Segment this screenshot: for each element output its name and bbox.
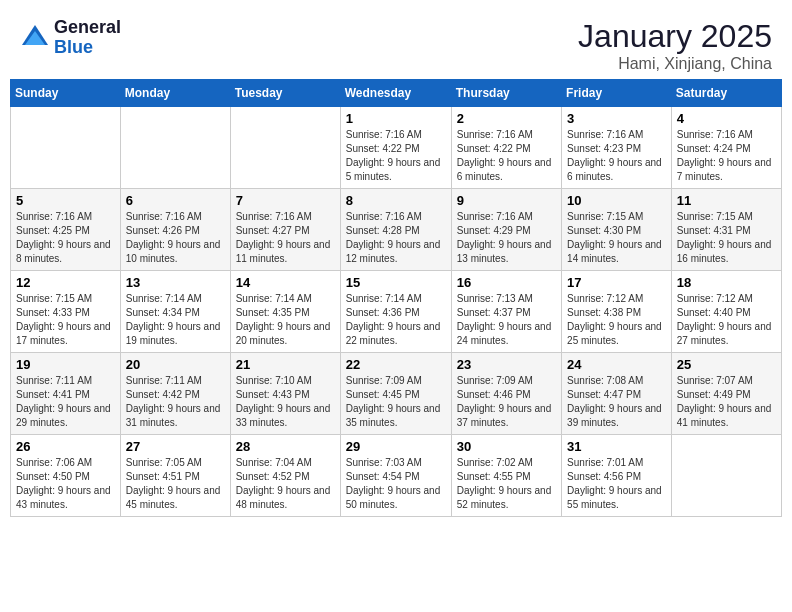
- day-info: Sunrise: 7:09 AM Sunset: 4:46 PM Dayligh…: [457, 374, 556, 430]
- week-row-3: 12Sunrise: 7:15 AM Sunset: 4:33 PM Dayli…: [11, 271, 782, 353]
- day-info: Sunrise: 7:13 AM Sunset: 4:37 PM Dayligh…: [457, 292, 556, 348]
- day-number: 26: [16, 439, 115, 454]
- day-info: Sunrise: 7:16 AM Sunset: 4:22 PM Dayligh…: [457, 128, 556, 184]
- day-number: 16: [457, 275, 556, 290]
- day-number: 8: [346, 193, 446, 208]
- day-number: 18: [677, 275, 776, 290]
- calendar-cell: [120, 107, 230, 189]
- day-number: 20: [126, 357, 225, 372]
- day-info: Sunrise: 7:14 AM Sunset: 4:34 PM Dayligh…: [126, 292, 225, 348]
- weekday-header-row: SundayMondayTuesdayWednesdayThursdayFrid…: [11, 80, 782, 107]
- day-info: Sunrise: 7:02 AM Sunset: 4:55 PM Dayligh…: [457, 456, 556, 512]
- day-number: 11: [677, 193, 776, 208]
- calendar-cell: 2Sunrise: 7:16 AM Sunset: 4:22 PM Daylig…: [451, 107, 561, 189]
- day-info: Sunrise: 7:16 AM Sunset: 4:25 PM Dayligh…: [16, 210, 115, 266]
- day-number: 12: [16, 275, 115, 290]
- day-info: Sunrise: 7:16 AM Sunset: 4:26 PM Dayligh…: [126, 210, 225, 266]
- calendar-cell: 4Sunrise: 7:16 AM Sunset: 4:24 PM Daylig…: [671, 107, 781, 189]
- calendar-cell: 6Sunrise: 7:16 AM Sunset: 4:26 PM Daylig…: [120, 189, 230, 271]
- calendar-cell: 22Sunrise: 7:09 AM Sunset: 4:45 PM Dayli…: [340, 353, 451, 435]
- month-title: January 2025: [578, 18, 772, 55]
- day-number: 29: [346, 439, 446, 454]
- weekday-header-friday: Friday: [562, 80, 672, 107]
- calendar-cell: 15Sunrise: 7:14 AM Sunset: 4:36 PM Dayli…: [340, 271, 451, 353]
- calendar-cell: 3Sunrise: 7:16 AM Sunset: 4:23 PM Daylig…: [562, 107, 672, 189]
- week-row-4: 19Sunrise: 7:11 AM Sunset: 4:41 PM Dayli…: [11, 353, 782, 435]
- weekday-header-tuesday: Tuesday: [230, 80, 340, 107]
- logo: General Blue: [20, 18, 121, 58]
- calendar-cell: 7Sunrise: 7:16 AM Sunset: 4:27 PM Daylig…: [230, 189, 340, 271]
- day-info: Sunrise: 7:03 AM Sunset: 4:54 PM Dayligh…: [346, 456, 446, 512]
- calendar-cell: 10Sunrise: 7:15 AM Sunset: 4:30 PM Dayli…: [562, 189, 672, 271]
- calendar-cell: 20Sunrise: 7:11 AM Sunset: 4:42 PM Dayli…: [120, 353, 230, 435]
- calendar-cell: 19Sunrise: 7:11 AM Sunset: 4:41 PM Dayli…: [11, 353, 121, 435]
- calendar-cell: 16Sunrise: 7:13 AM Sunset: 4:37 PM Dayli…: [451, 271, 561, 353]
- page-header: General Blue January 2025 Hami, Xinjiang…: [10, 10, 782, 79]
- calendar-cell: 21Sunrise: 7:10 AM Sunset: 4:43 PM Dayli…: [230, 353, 340, 435]
- day-info: Sunrise: 7:08 AM Sunset: 4:47 PM Dayligh…: [567, 374, 666, 430]
- day-number: 2: [457, 111, 556, 126]
- calendar-cell: 5Sunrise: 7:16 AM Sunset: 4:25 PM Daylig…: [11, 189, 121, 271]
- day-number: 3: [567, 111, 666, 126]
- day-number: 27: [126, 439, 225, 454]
- calendar-cell: 28Sunrise: 7:04 AM Sunset: 4:52 PM Dayli…: [230, 435, 340, 517]
- calendar-cell: 13Sunrise: 7:14 AM Sunset: 4:34 PM Dayli…: [120, 271, 230, 353]
- day-info: Sunrise: 7:16 AM Sunset: 4:24 PM Dayligh…: [677, 128, 776, 184]
- calendar-cell: 12Sunrise: 7:15 AM Sunset: 4:33 PM Dayli…: [11, 271, 121, 353]
- calendar-cell: 25Sunrise: 7:07 AM Sunset: 4:49 PM Dayli…: [671, 353, 781, 435]
- day-info: Sunrise: 7:16 AM Sunset: 4:23 PM Dayligh…: [567, 128, 666, 184]
- weekday-header-saturday: Saturday: [671, 80, 781, 107]
- day-number: 1: [346, 111, 446, 126]
- weekday-header-thursday: Thursday: [451, 80, 561, 107]
- day-info: Sunrise: 7:04 AM Sunset: 4:52 PM Dayligh…: [236, 456, 335, 512]
- day-number: 21: [236, 357, 335, 372]
- calendar-cell: 18Sunrise: 7:12 AM Sunset: 4:40 PM Dayli…: [671, 271, 781, 353]
- calendar-cell: 30Sunrise: 7:02 AM Sunset: 4:55 PM Dayli…: [451, 435, 561, 517]
- day-number: 15: [346, 275, 446, 290]
- day-number: 10: [567, 193, 666, 208]
- day-info: Sunrise: 7:11 AM Sunset: 4:42 PM Dayligh…: [126, 374, 225, 430]
- day-number: 28: [236, 439, 335, 454]
- calendar-cell: 31Sunrise: 7:01 AM Sunset: 4:56 PM Dayli…: [562, 435, 672, 517]
- day-number: 31: [567, 439, 666, 454]
- day-info: Sunrise: 7:12 AM Sunset: 4:38 PM Dayligh…: [567, 292, 666, 348]
- day-number: 7: [236, 193, 335, 208]
- logo-blue: Blue: [54, 38, 121, 58]
- day-number: 9: [457, 193, 556, 208]
- day-info: Sunrise: 7:01 AM Sunset: 4:56 PM Dayligh…: [567, 456, 666, 512]
- logo-general: General: [54, 18, 121, 38]
- day-number: 14: [236, 275, 335, 290]
- day-number: 17: [567, 275, 666, 290]
- weekday-header-monday: Monday: [120, 80, 230, 107]
- day-info: Sunrise: 7:15 AM Sunset: 4:31 PM Dayligh…: [677, 210, 776, 266]
- day-info: Sunrise: 7:16 AM Sunset: 4:28 PM Dayligh…: [346, 210, 446, 266]
- day-number: 22: [346, 357, 446, 372]
- day-info: Sunrise: 7:11 AM Sunset: 4:41 PM Dayligh…: [16, 374, 115, 430]
- calendar-cell: 8Sunrise: 7:16 AM Sunset: 4:28 PM Daylig…: [340, 189, 451, 271]
- weekday-header-wednesday: Wednesday: [340, 80, 451, 107]
- calendar-cell: [11, 107, 121, 189]
- calendar-cell: [230, 107, 340, 189]
- day-number: 5: [16, 193, 115, 208]
- day-info: Sunrise: 7:10 AM Sunset: 4:43 PM Dayligh…: [236, 374, 335, 430]
- calendar-cell: 17Sunrise: 7:12 AM Sunset: 4:38 PM Dayli…: [562, 271, 672, 353]
- location-title: Hami, Xinjiang, China: [578, 55, 772, 73]
- week-row-2: 5Sunrise: 7:16 AM Sunset: 4:25 PM Daylig…: [11, 189, 782, 271]
- day-number: 30: [457, 439, 556, 454]
- day-info: Sunrise: 7:16 AM Sunset: 4:22 PM Dayligh…: [346, 128, 446, 184]
- day-number: 24: [567, 357, 666, 372]
- calendar-cell: 23Sunrise: 7:09 AM Sunset: 4:46 PM Dayli…: [451, 353, 561, 435]
- week-row-1: 1Sunrise: 7:16 AM Sunset: 4:22 PM Daylig…: [11, 107, 782, 189]
- day-info: Sunrise: 7:15 AM Sunset: 4:33 PM Dayligh…: [16, 292, 115, 348]
- calendar-table: SundayMondayTuesdayWednesdayThursdayFrid…: [10, 79, 782, 517]
- day-info: Sunrise: 7:16 AM Sunset: 4:29 PM Dayligh…: [457, 210, 556, 266]
- calendar-cell: 14Sunrise: 7:14 AM Sunset: 4:35 PM Dayli…: [230, 271, 340, 353]
- day-info: Sunrise: 7:12 AM Sunset: 4:40 PM Dayligh…: [677, 292, 776, 348]
- calendar-cell: 26Sunrise: 7:06 AM Sunset: 4:50 PM Dayli…: [11, 435, 121, 517]
- calendar-cell: 11Sunrise: 7:15 AM Sunset: 4:31 PM Dayli…: [671, 189, 781, 271]
- day-number: 23: [457, 357, 556, 372]
- day-info: Sunrise: 7:05 AM Sunset: 4:51 PM Dayligh…: [126, 456, 225, 512]
- day-number: 13: [126, 275, 225, 290]
- day-info: Sunrise: 7:06 AM Sunset: 4:50 PM Dayligh…: [16, 456, 115, 512]
- day-info: Sunrise: 7:14 AM Sunset: 4:35 PM Dayligh…: [236, 292, 335, 348]
